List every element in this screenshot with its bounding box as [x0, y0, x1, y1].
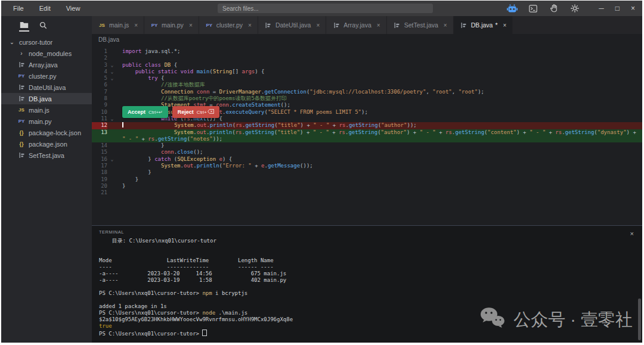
js-file-icon: JS [98, 23, 106, 28]
sidebar-item-main.js[interactable]: JSmain.js [1, 104, 92, 116]
sidebar-item-package-lock.json[interactable]: {}package-lock.json [1, 127, 92, 138]
tab-close-icon[interactable]: × [316, 22, 320, 29]
code-line-8: 8 //从数据库poetry中的poems读取前5条数据并打印 [92, 95, 642, 102]
sidebar-item-cursor-tutor[interactable]: ⌄cursor-tutor [1, 36, 92, 48]
tab-DateUtil.java[interactable]: DateUtil.java× [258, 16, 326, 34]
fold-icon[interactable]: ⌄ [107, 75, 117, 82]
code-editor[interactable]: 1import java.sql.*;23⌄public class DB {4… [92, 45, 642, 225]
line-number: 11 [92, 116, 107, 122]
sidebar-item-SetTest.java[interactable]: SetTest.java [1, 150, 92, 161]
explorer-folder-icon[interactable] [19, 18, 29, 32]
tab-close-icon[interactable]: × [134, 22, 138, 29]
py-file-icon: PY [17, 119, 26, 124]
terminal-scrollbar[interactable] [638, 299, 641, 340]
tab-label: main.py [162, 21, 184, 29]
settings-gear-icon[interactable] [569, 3, 580, 14]
menu-file[interactable]: File [13, 5, 24, 12]
tab-label: Array.java [343, 21, 371, 29]
tab-SetTest.java[interactable]: SetTest.java× [387, 16, 454, 34]
close-button[interactable]: × [631, 5, 635, 12]
line-number: 2 [92, 55, 107, 61]
terminal-close-icon[interactable]: × [630, 231, 634, 237]
code-line-17: 17 System.out.println("Error: " + e.getM… [92, 163, 642, 169]
json-file-icon: {} [17, 141, 26, 147]
watermark-text: 公众号 · 壹零社 [513, 308, 633, 332]
reject-button[interactable]: Reject Ctrl+ [172, 106, 219, 118]
hand-icon[interactable] [549, 3, 559, 14]
tab-close-icon[interactable]: × [189, 22, 193, 29]
line-number: 12 [92, 122, 107, 129]
minimize-button[interactable]: ─ [599, 5, 604, 12]
java-file-icon [17, 61, 26, 68]
watermark: 公众号 · 壹零社 [479, 306, 633, 333]
tab-main.py[interactable]: PYmain.py× [144, 16, 199, 34]
code-text: System.out.println("Error: " + e.getMess… [117, 163, 642, 169]
editor-column: JSmain.js×PYmain.py×PYcluster.py×DateUti… [92, 16, 642, 343]
app-window: FileEditView [1, 1, 642, 343]
code-line-12: 12 System.out.println(rs.getString("titl… [92, 122, 642, 129]
terminal-label: TERMINAL [99, 229, 642, 235]
java-file-icon [460, 22, 468, 29]
chevron-down-icon: ⌄ [7, 39, 17, 45]
sidebar-item-label: main.py [29, 118, 52, 125]
sidebar-item-label: cursor-tutor [19, 39, 52, 46]
terminal-line [99, 244, 642, 251]
code-line-3: 3⌄public class DB { [92, 62, 642, 69]
code-line-1: 1import java.sql.*; [92, 48, 642, 55]
tab-DB.java[interactable]: DB.java*× [454, 16, 513, 34]
code-line-15: 15 conn.close(); [92, 149, 642, 156]
search-input[interactable] [218, 4, 433, 13]
code-line-18: 18 } [92, 169, 642, 176]
breadcrumb[interactable]: DB.java [92, 34, 642, 45]
fold-icon[interactable]: ⌄ [107, 69, 117, 75]
accept-button[interactable]: Accept Ctrl+↵ [122, 106, 168, 118]
sidebar-item-cluster.py[interactable]: PYcluster.py [1, 70, 92, 82]
sidebar-item-Array.java[interactable]: Array.java [1, 59, 92, 70]
sidebar-item-DateUtil.java[interactable]: DateUtil.java [1, 82, 92, 93]
tab-Array.java[interactable]: Array.java× [326, 16, 386, 34]
assistant-robot-icon[interactable] [507, 3, 518, 14]
search-icon[interactable] [38, 18, 48, 32]
code-line-6: 6 //连接本地数据库 [92, 82, 642, 88]
tab-close-icon[interactable]: × [503, 22, 507, 29]
menu-view[interactable]: View [66, 5, 80, 12]
code-text: } catch (SQLException e) { [117, 156, 642, 163]
code-text: try { [117, 75, 642, 82]
code-text: public class DB { [117, 62, 642, 69]
fold-icon[interactable]: ⌄ [107, 156, 117, 163]
tab-close-icon[interactable]: × [248, 22, 252, 29]
sidebar-item-node_modules[interactable]: ›node_modules [1, 48, 92, 59]
tab-cluster.py[interactable]: PYcluster.py× [199, 16, 258, 34]
diff-actions: Accept Ctrl+↵ Reject Ctrl+ [122, 106, 219, 118]
fold-icon[interactable]: ⌄ [107, 116, 117, 122]
tab-close-icon[interactable]: × [444, 22, 447, 29]
code-text: //连接本地数据库 [117, 82, 642, 88]
line-number: 8 [92, 95, 107, 102]
json-file-icon: {} [17, 130, 26, 136]
py-file-icon: PY [17, 73, 26, 79]
terminal-panel-icon[interactable] [528, 3, 538, 14]
menu-edit[interactable]: Edit [39, 5, 51, 12]
line-number: 9 [92, 102, 107, 108]
sidebar-toolbar [1, 16, 92, 34]
sidebar-item-label: package.json [29, 141, 67, 148]
tab-close-icon[interactable]: × [377, 22, 380, 29]
code-text: public static void main(String[] args) { [117, 69, 642, 75]
code-text: conn.close(); [117, 149, 642, 156]
wechat-icon [479, 306, 506, 333]
sidebar-item-package.json[interactable]: {}package.json [1, 138, 92, 150]
sidebar-item-DB.java[interactable]: DB.java [1, 93, 92, 104]
code-line-14: 14 } [92, 142, 642, 149]
maximize-button[interactable]: □ [615, 5, 620, 12]
code-line-20: 20} [92, 183, 642, 189]
sidebar-item-label: Array.java [29, 61, 58, 69]
fold-icon[interactable]: ⌄ [107, 62, 117, 69]
terminal-line: PS C:\Users\nxq01\cursor-tutor> npm i bc… [99, 290, 642, 297]
py-file-icon: PY [205, 23, 213, 28]
sidebar-item-main.py[interactable]: PYmain.py [1, 116, 92, 127]
sidebar-item-label: main.js [29, 107, 49, 114]
accept-label: Accept [128, 109, 145, 115]
line-number: 17 [92, 163, 107, 169]
tab-main.js[interactable]: JSmain.js× [92, 16, 144, 34]
terminal-line: 目录: C:\Users\nxq01\cursor-tutor [99, 238, 642, 244]
